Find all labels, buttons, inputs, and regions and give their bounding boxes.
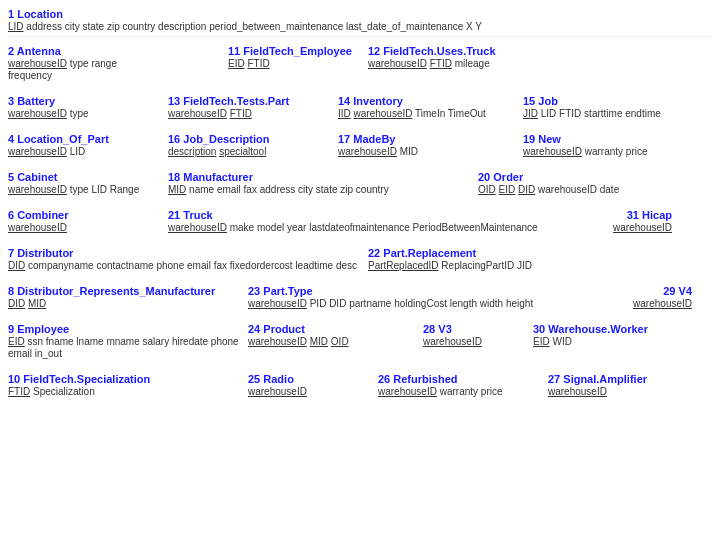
row-7: 8 Distributor_Represents_Manufacturer DI…: [8, 283, 712, 313]
section-battery: 3 Battery warehouseID type: [8, 93, 168, 123]
section-inventory: 14 Inventory IID warehouseID TimeIn Time…: [338, 93, 523, 123]
attr-fttp-wid: warehouseID: [168, 108, 227, 119]
section-part-replacement: 22 Part.Replacement PartReplacedID Repla…: [368, 245, 668, 275]
section-title-jd: 16 Job_Description: [168, 133, 269, 145]
section-attrs-cabinet: warehouseID type LID Range: [8, 184, 139, 195]
section-attrs-order: OID EID DID warehouseID date: [478, 184, 619, 195]
section-attrs-fttp: warehouseID FTID: [168, 108, 252, 119]
section-warehouse-worker: 30 Warehouse.Worker EID WID: [533, 321, 673, 363]
section-signal-amplifier: 27 Signal.Amplifier warehouseID: [548, 371, 708, 401]
row-2: 3 Battery warehouseID type 13 FieldTech.…: [8, 93, 712, 123]
row-8: 9 Employee EID ssn fname lname mname sal…: [8, 321, 712, 363]
section-refurbished: 26 Refurbished warehouseID warranty pric…: [378, 371, 548, 401]
section-location: 1 Location LID address city state zip co…: [8, 8, 712, 37]
section-radio: 25 Radio warehouseID: [248, 371, 378, 401]
section-title-fttp: 13 FieldTech.Tests.Part: [168, 95, 289, 107]
section-fieldtech-employee: 11 FieldTech_Employee EID FTID: [168, 43, 368, 85]
section-title-sigamp: 27 Signal.Amplifier: [548, 373, 647, 385]
attr-drm-did: DID: [8, 298, 25, 309]
section-attrs-radio: warehouseID: [248, 386, 307, 397]
section-title-order: 20 Order: [478, 171, 523, 183]
section-attrs-inventory: IID warehouseID TimeIn TimeOut: [338, 108, 486, 119]
section-title-madeby: 17 MadeBy: [338, 133, 395, 145]
section-attrs-madeby: warehouseID MID: [338, 146, 418, 157]
attr-drm-mid: MID: [28, 298, 46, 309]
attr-inv-wid: warehouseID: [354, 108, 413, 119]
attr-jd-desc: description: [168, 146, 216, 157]
attr-job-jid: JID: [523, 108, 538, 119]
section-v3: 28 V3 warehouseID: [423, 321, 533, 363]
attr-new-wid: warehouseID: [523, 146, 582, 157]
section-attrs-manufacturer: MID name email fax address city state zi…: [168, 184, 389, 195]
attr-pt-wid: warehouseID: [248, 298, 307, 309]
section-attrs-ww: EID WID: [533, 336, 572, 347]
section-title-combiner: 6 Combiner: [8, 209, 69, 221]
attr-lid: LID: [8, 21, 24, 32]
section-title-location: 1 Location: [8, 8, 63, 20]
section-title-job: 15 Job: [523, 95, 558, 107]
attr-ref-wid: warehouseID: [378, 386, 437, 397]
row-5: 6 Combiner warehouseID 21 Truck warehous…: [8, 207, 712, 237]
section-title-employee: 9 Employee: [8, 323, 69, 335]
section-title-ftut: 12 FieldTech.Uses.Truck: [368, 45, 496, 57]
section-attrs-fts: FTID Specialization: [8, 386, 95, 397]
section-attrs-job: JID LID FTID starttime endtime: [523, 108, 661, 119]
attr-ord-eid: EID: [499, 184, 516, 195]
section-title-fte: 11 FieldTech_Employee: [228, 45, 352, 57]
section-attrs-v3: warehouseID: [423, 336, 482, 347]
section-title-parttype: 23 Part.Type: [248, 285, 313, 297]
row-3: 4 Location_Of_Part warehouseID LID 16 Jo…: [8, 131, 712, 161]
section-title-refurbished: 26 Refurbished: [378, 373, 457, 385]
attr-ww-eid: EID: [533, 336, 550, 347]
attr-ftut-ftid: FTID: [430, 58, 452, 69]
section-new: 19 New warehouseID warranty price: [523, 131, 693, 161]
attr-sigamp-wid: warehouseID: [548, 386, 607, 397]
section-attrs-v4: warehouseID: [633, 298, 692, 309]
attr-pr-partreplacedid: PartReplacedID: [368, 260, 439, 271]
section-dist-rep-mfr: 8 Distributor_Represents_Manufacturer DI…: [8, 283, 248, 313]
section-location-of-part: 4 Location_Of_Part warehouseID LID: [8, 131, 168, 161]
attr-dist-did: DID: [8, 260, 25, 271]
section-part-type: 23 Part.Type warehouseID PID DID partnam…: [248, 283, 578, 313]
attr-prod-wid: warehouseID: [248, 336, 307, 347]
attr-mb-wid: warehouseID: [338, 146, 397, 157]
section-attrs-distributor: DID companyname contactname phone email …: [8, 260, 357, 271]
section-attrs-location: LID address city state zip country descr…: [8, 21, 482, 32]
section-combiner: 6 Combiner warehouseID: [8, 207, 168, 237]
section-madeby: 17 MadeBy warehouseID MID: [338, 131, 523, 161]
section-antenna: 2 Antenna warehouseID type range frequen…: [8, 43, 168, 85]
row-9: 10 FieldTech.Specialization FTID Special…: [8, 371, 712, 401]
section-attrs-hicap: warehouseID: [613, 222, 672, 233]
section-title-drm: 8 Distributor_Represents_Manufacturer: [8, 285, 215, 297]
section-v4: 29 V4 warehouseID: [578, 283, 698, 313]
section-attrs-employee: EID ssn fname lname mname salary hiredat…: [8, 336, 239, 359]
section-job: 15 Job JID LID FTID starttime endtime: [523, 93, 693, 123]
section-title-v4: 29 V4: [663, 285, 692, 297]
section-title-battery: 3 Battery: [8, 95, 55, 107]
attr-cab-wid: warehouseID: [8, 184, 67, 195]
attr-hicap-wid: warehouseID: [613, 222, 672, 233]
section-attrs-lop: warehouseID LID: [8, 146, 85, 157]
attr-antenna-wid: warehouseID: [8, 58, 67, 69]
attr-inv-iid: IID: [338, 108, 351, 119]
section-attrs-jd: description specialtool: [168, 146, 266, 157]
section-title-fts: 10 FieldTech.Specialization: [8, 373, 150, 385]
section-attrs-new: warehouseID warranty price: [523, 146, 648, 157]
section-attrs-product: warehouseID MID OID: [248, 336, 349, 347]
section-title-radio: 25 Radio: [248, 373, 294, 385]
attr-lop-wid: warehouseID: [8, 146, 67, 157]
section-title-cabinet: 5 Cabinet: [8, 171, 58, 183]
attr-battery-wid: warehouseID: [8, 108, 67, 119]
section-order: 20 Order OID EID DID warehouseID date: [478, 169, 668, 199]
section-attrs-ftut: warehouseID FTID mileage: [368, 58, 490, 69]
section-title-distributor: 7 Distributor: [8, 247, 73, 259]
attr-prod-oid: OID: [331, 336, 349, 347]
attr-jd-special: specialtool: [219, 146, 266, 157]
section-fieldtech-uses-truck: 12 FieldTech.Uses.Truck warehouseID FTID…: [368, 43, 588, 85]
section-attrs-combiner: warehouseID: [8, 222, 67, 233]
section-attrs-truck: warehouseID make model year lastdateofma…: [168, 222, 538, 233]
section-product: 24 Product warehouseID MID OID: [248, 321, 423, 363]
row-6: 7 Distributor DID companyname contactnam…: [8, 245, 712, 275]
section-job-description: 16 Job_Description description specialto…: [168, 131, 338, 161]
section-cabinet: 5 Cabinet warehouseID type LID Range: [8, 169, 168, 199]
